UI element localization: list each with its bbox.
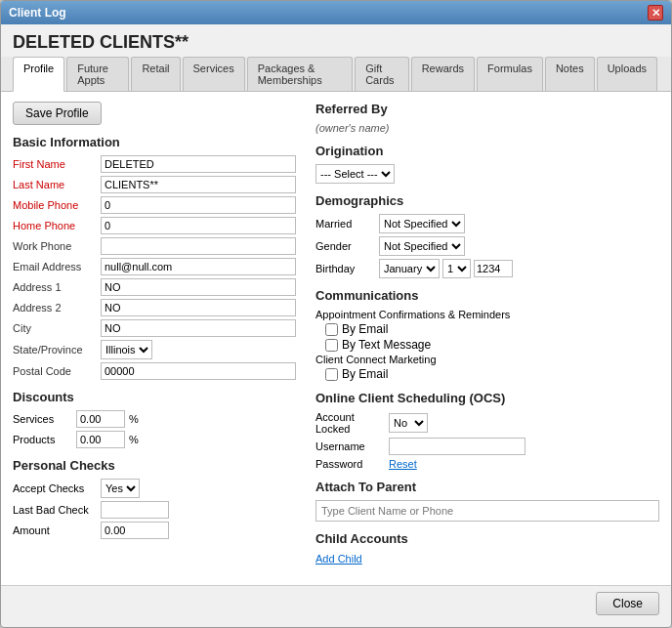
address1-input[interactable] bbox=[101, 278, 296, 296]
tab-retail[interactable]: Retail bbox=[131, 57, 180, 91]
mobile-phone-label: Mobile Phone bbox=[13, 199, 101, 211]
email-label: Email Address bbox=[13, 261, 101, 272]
referred-by-section: Referred By (owner's name) bbox=[315, 102, 659, 134]
password-row: Password Reset bbox=[315, 458, 659, 470]
username-row: Username bbox=[315, 438, 659, 455]
state-row: State/Province Illinois bbox=[13, 340, 296, 359]
referred-by-subtitle: (owner's name) bbox=[315, 122, 659, 134]
home-phone-label: Home Phone bbox=[13, 220, 101, 231]
marketing-email-label: By Email bbox=[342, 367, 388, 381]
last-bad-check-row: Last Bad Check bbox=[13, 501, 296, 519]
work-phone-input[interactable] bbox=[101, 237, 296, 255]
postal-row: Postal Code bbox=[13, 362, 296, 380]
by-email-label: By Email bbox=[342, 322, 388, 336]
tab-formulas[interactable]: Formulas bbox=[477, 57, 543, 91]
gender-select[interactable]: Not Specified bbox=[379, 236, 465, 256]
attach-to-parent-section: Attach To Parent bbox=[315, 480, 659, 522]
by-text-row: By Text Message bbox=[325, 338, 659, 352]
birthday-year-input[interactable] bbox=[474, 260, 513, 277]
address2-input[interactable] bbox=[101, 299, 296, 316]
tab-uploads[interactable]: Uploads bbox=[597, 57, 657, 91]
gender-row: Gender Not Specified bbox=[315, 236, 659, 256]
origination-title: Origination bbox=[315, 144, 659, 158]
address1-label: Address 1 bbox=[13, 281, 101, 293]
married-select[interactable]: Not Specified bbox=[379, 214, 465, 233]
close-button[interactable]: Close bbox=[596, 592, 659, 615]
accept-checks-row: Accept Checks Yes No bbox=[13, 479, 296, 498]
work-phone-row: Work Phone bbox=[13, 237, 296, 255]
save-profile-button[interactable]: Save Profile bbox=[13, 102, 102, 125]
mobile-phone-row: Mobile Phone bbox=[13, 196, 296, 214]
amount-row: Amount bbox=[13, 522, 296, 539]
first-name-input[interactable] bbox=[101, 155, 296, 173]
state-label: State/Province bbox=[13, 344, 101, 356]
postal-label: Postal Code bbox=[13, 365, 101, 377]
tab-packages[interactable]: Packages & Memberships bbox=[247, 57, 353, 91]
first-name-label: First Name bbox=[13, 158, 101, 170]
email-row: Email Address bbox=[13, 258, 296, 275]
child-accounts-section: Child Accounts Add Child bbox=[315, 531, 659, 565]
birthday-month-select[interactable]: January bbox=[379, 259, 440, 278]
birthday-label: Birthday bbox=[315, 263, 379, 274]
demographics-title: Demographics bbox=[315, 193, 659, 208]
by-text-checkbox[interactable] bbox=[325, 339, 338, 352]
home-phone-input[interactable] bbox=[101, 217, 296, 234]
discounts-section: Discounts Services % Products % bbox=[13, 390, 296, 448]
work-phone-label: Work Phone bbox=[13, 240, 101, 252]
by-email-checkbox[interactable] bbox=[325, 323, 338, 336]
email-input[interactable] bbox=[101, 258, 296, 275]
discounts-title: Discounts bbox=[13, 390, 296, 404]
username-input[interactable] bbox=[389, 438, 525, 455]
personal-checks-section: Personal Checks Accept Checks Yes No Las… bbox=[13, 458, 296, 539]
amount-label: Amount bbox=[13, 524, 101, 536]
services-discount-label: Services bbox=[13, 413, 76, 425]
personal-checks-title: Personal Checks bbox=[13, 458, 296, 473]
postal-input[interactable] bbox=[101, 362, 296, 380]
married-label: Married bbox=[315, 218, 379, 230]
marketing-email-checkbox[interactable] bbox=[325, 368, 338, 381]
client-log-window: Client Log ✕ DELETED CLIENTS** Profile F… bbox=[0, 0, 672, 628]
by-email-row: By Email bbox=[325, 322, 659, 336]
left-column: Save Profile Basic Information First Nam… bbox=[13, 102, 296, 575]
window-close-button[interactable]: ✕ bbox=[648, 5, 663, 21]
address2-row: Address 2 bbox=[13, 299, 296, 316]
account-locked-select[interactable]: No Yes bbox=[389, 413, 428, 433]
amount-input[interactable] bbox=[101, 522, 169, 539]
reset-password-link[interactable]: Reset bbox=[389, 458, 417, 470]
last-name-input[interactable] bbox=[101, 176, 296, 193]
communications-title: Communications bbox=[315, 288, 659, 303]
tab-profile[interactable]: Profile bbox=[13, 57, 64, 92]
account-locked-row: Account Locked No Yes bbox=[315, 411, 659, 435]
products-discount-label: Products bbox=[13, 434, 76, 445]
username-label: Username bbox=[315, 440, 389, 452]
attach-to-parent-input[interactable] bbox=[315, 500, 659, 522]
products-discount-input[interactable] bbox=[76, 431, 125, 448]
tab-notes[interactable]: Notes bbox=[545, 57, 595, 91]
tab-gift-cards[interactable]: Gift Cards bbox=[355, 57, 409, 91]
origination-select[interactable]: --- Select --- bbox=[315, 164, 395, 184]
window-title: Client Log bbox=[9, 6, 66, 20]
title-bar: Client Log ✕ bbox=[1, 1, 671, 24]
appt-confirmations-label: Appointment Confirmations & Reminders bbox=[315, 309, 659, 320]
communications-section: Communications Appointment Confirmations… bbox=[315, 288, 659, 381]
tab-services[interactable]: Services bbox=[183, 57, 245, 91]
birthday-day-select[interactable]: 1 bbox=[442, 259, 471, 278]
tab-rewards[interactable]: Rewards bbox=[411, 57, 475, 91]
state-select[interactable]: Illinois bbox=[101, 340, 152, 359]
gender-label: Gender bbox=[315, 240, 379, 252]
mobile-phone-input[interactable] bbox=[101, 196, 296, 214]
accept-checks-select[interactable]: Yes No bbox=[101, 479, 140, 498]
address2-label: Address 2 bbox=[13, 302, 101, 314]
last-bad-check-input[interactable] bbox=[101, 501, 169, 519]
city-input[interactable] bbox=[101, 319, 296, 337]
demographics-section: Demographics Married Not Specified Gende… bbox=[315, 193, 659, 278]
last-name-label: Last Name bbox=[13, 179, 101, 190]
birthday-fields: January 1 bbox=[379, 259, 513, 278]
services-discount-input[interactable] bbox=[76, 410, 125, 428]
birthday-row: Birthday January 1 bbox=[315, 259, 659, 278]
tab-future-appts[interactable]: Future Appts bbox=[66, 57, 129, 91]
city-label: City bbox=[13, 322, 101, 334]
services-discount-row: Services % bbox=[13, 410, 296, 428]
ocs-title: Online Client Scheduling (OCS) bbox=[315, 391, 659, 405]
add-child-link[interactable]: Add Child bbox=[315, 553, 362, 565]
